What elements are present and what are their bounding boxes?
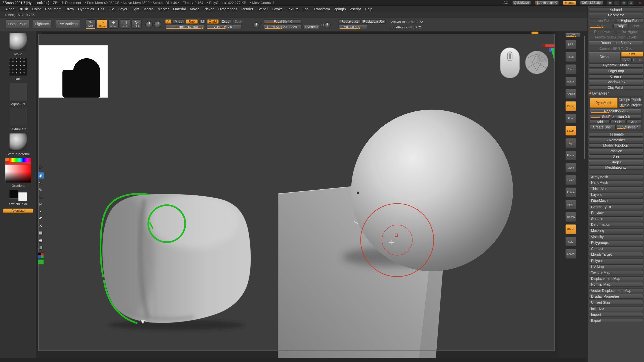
menu-item[interactable]: Material	[172, 7, 187, 11]
tool-section-button[interactable]: FiberMesh	[589, 198, 643, 203]
gradient-picker[interactable]	[5, 158, 31, 183]
viewport-3d[interactable]	[36, 31, 559, 358]
tool-section-button[interactable]: Display Properties	[589, 294, 643, 299]
hue-strip[interactable]	[9, 158, 31, 162]
menu-item[interactable]: Stroke	[271, 7, 284, 11]
menu-item[interactable]: Draw	[64, 7, 75, 11]
tool-section-button[interactable]: Polypaint	[589, 258, 643, 263]
higher-res-button[interactable]: Higher Res	[616, 18, 643, 23]
adjust-last-slider[interactable]: AdjustLast 1	[339, 25, 367, 29]
replay-last-button[interactable]: ReplayLast	[339, 19, 361, 24]
menu-item[interactable]: Stencil	[256, 7, 269, 11]
brush-modifier-knob[interactable]	[145, 21, 153, 28]
thickness-slider[interactable]: Thickness 4	[616, 125, 642, 129]
left-tray-item[interactable]: StartupMaterial	[0, 133, 36, 156]
tool-section-button[interactable]: Initialize	[589, 306, 643, 311]
move-button[interactable]: ✥ Move	[108, 19, 119, 29]
shelf-icon-button[interactable]: Scale	[565, 175, 576, 185]
m-toggle[interactable]: M	[199, 19, 206, 24]
panel-scrollbar[interactable]	[584, 36, 585, 159]
see-through-slider[interactable]: See-through: 0	[535, 1, 559, 5]
menu-item[interactable]: Brush	[17, 7, 29, 11]
panel-rows-icon[interactable]: ▤	[621, 0, 627, 5]
shelf-icon-button[interactable]: Xpose	[565, 249, 576, 259]
menu-item[interactable]: File	[107, 7, 115, 11]
quicksave-button[interactable]: QuickSave	[512, 1, 531, 5]
zadd-toggle[interactable]: Zadd	[207, 19, 219, 24]
tool-section-button[interactable]: ArrayMesh	[589, 174, 643, 179]
polish-toggle[interactable]: Polish	[630, 98, 642, 102]
menu-item[interactable]: Alpha	[4, 7, 16, 11]
menu-item[interactable]: Marker	[156, 7, 170, 11]
shelf-icon-button[interactable]: Gxyz	[565, 138, 576, 148]
menu-item[interactable]: Light	[130, 7, 141, 11]
tool-section-button[interactable]: Deformation	[589, 222, 643, 227]
geometry-button[interactable]: ZRemesher	[589, 138, 643, 142]
reconstruct-subdiv-button[interactable]: Reconstruct Subdiv	[589, 40, 643, 45]
left-tray-item[interactable]: Alpha Off	[0, 83, 36, 106]
left-tray-item[interactable]: Move	[0, 33, 36, 56]
tool-section-button[interactable]: Visibility	[589, 234, 643, 239]
dynamic-toggle[interactable]: Dynamic	[303, 25, 320, 29]
tool-section-button[interactable]: Import	[589, 312, 643, 317]
shelf-icon-button[interactable]: Move	[565, 163, 576, 173]
groups-toggle[interactable]: Groups	[619, 98, 630, 102]
shelf-icon-button[interactable]: L.Sym	[565, 126, 576, 136]
geometry-button[interactable]: ClayPolish	[589, 85, 643, 90]
select-cursor-icon[interactable]: ↖	[37, 179, 44, 186]
image-icon[interactable]: ▦	[37, 237, 44, 243]
brush-modifier-knob[interactable]	[154, 21, 161, 28]
menu-item[interactable]: Macro	[142, 7, 155, 11]
draw-button[interactable]: ✏ Draw	[97, 19, 107, 29]
lightbulb-icon[interactable]: ☼	[38, 163, 43, 170]
menus-toggle[interactable]: Menus	[563, 1, 576, 5]
monitor-icon[interactable]: ◫	[614, 0, 620, 5]
tool-section-button[interactable]: Preview	[589, 210, 643, 215]
menu-item[interactable]: Dynamics	[77, 7, 95, 11]
tool-section-button[interactable]: Surface	[589, 216, 643, 221]
scale-button[interactable]: ⇲ Scale	[120, 19, 130, 29]
menu-item[interactable]: Color	[31, 7, 42, 11]
tool-section-button[interactable]: Displacement Map	[589, 276, 643, 281]
freeze-subdivision-button[interactable]: Freeze SubDivision Levels	[589, 35, 643, 39]
undo-icon[interactable]: ↶	[37, 215, 44, 221]
tool-section-button[interactable]: Export	[589, 318, 643, 323]
switch-color[interactable]: SwitchColor	[0, 190, 36, 206]
flag-icon[interactable]: ⚐	[37, 201, 44, 207]
color-picker[interactable]: Gradient	[0, 158, 36, 188]
sdiv-slider[interactable]: SDiv	[589, 24, 613, 28]
cage-button[interactable]: Cage	[613, 24, 628, 28]
geometry-button[interactable]: Size	[589, 154, 643, 159]
lightbox-button[interactable]: LightBox	[33, 19, 51, 28]
geometry-button[interactable]: MeshIntegrity	[589, 165, 643, 170]
subtool-section-header[interactable]: Subtool	[589, 7, 643, 12]
menu-item[interactable]: Edit	[97, 7, 106, 11]
project-toggle[interactable]: Project	[630, 103, 642, 107]
menu-item[interactable]: Document	[44, 7, 63, 11]
sub-toggle[interactable]: Sub	[610, 119, 626, 124]
subprojection-slider[interactable]: SubProjection 0.6	[590, 114, 642, 119]
mrgb-toggle[interactable]: Mrgb	[173, 19, 184, 24]
edit-button[interactable]: ✎ Edit	[86, 19, 96, 29]
geometry-section-header[interactable]: Geometry	[589, 13, 643, 17]
geometry-button[interactable]: ShadowBox	[589, 80, 643, 84]
reuv-button[interactable]: ReUV	[632, 58, 643, 62]
green-color-swatch[interactable]	[37, 259, 44, 264]
lower-res-button[interactable]: Lower Res	[589, 18, 616, 23]
convert-bpr-button[interactable]: Convert BPR To Geo	[589, 46, 643, 51]
zsub-toggle[interactable]: Zsub	[220, 19, 231, 24]
geometry-button[interactable]: Modify Topology	[589, 143, 643, 148]
main-color-swatch[interactable]	[9, 190, 18, 199]
menu-item[interactable]: Zplugin	[333, 7, 347, 11]
home-icon[interactable]: ⌂	[628, 0, 634, 5]
recent-color-swatch[interactable]	[5, 158, 9, 161]
tool-section-button[interactable]: Morph Target	[589, 252, 643, 257]
geometry-button[interactable]: Position	[589, 149, 643, 153]
resolution-slider[interactable]: Resolution 216	[590, 109, 642, 113]
geometry-button[interactable]: Stager	[589, 160, 643, 164]
create-shell-button[interactable]: Create Shell	[590, 125, 615, 129]
secondary-color-swatch[interactable]	[18, 192, 27, 201]
tool-section-button[interactable]: Vector Displacement Map	[589, 288, 643, 293]
channel-a-toggle[interactable]: A	[165, 19, 172, 24]
zcut-toggle[interactable]: Zcut	[233, 19, 243, 24]
